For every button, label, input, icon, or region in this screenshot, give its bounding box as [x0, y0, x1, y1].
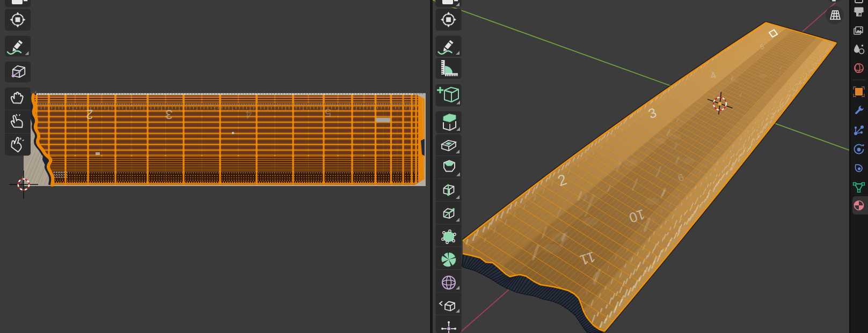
svg-text:4: 4	[245, 108, 252, 121]
svg-text:5: 5	[325, 106, 331, 120]
svg-text:3: 3	[165, 107, 172, 122]
svg-text:2: 2	[86, 107, 93, 122]
